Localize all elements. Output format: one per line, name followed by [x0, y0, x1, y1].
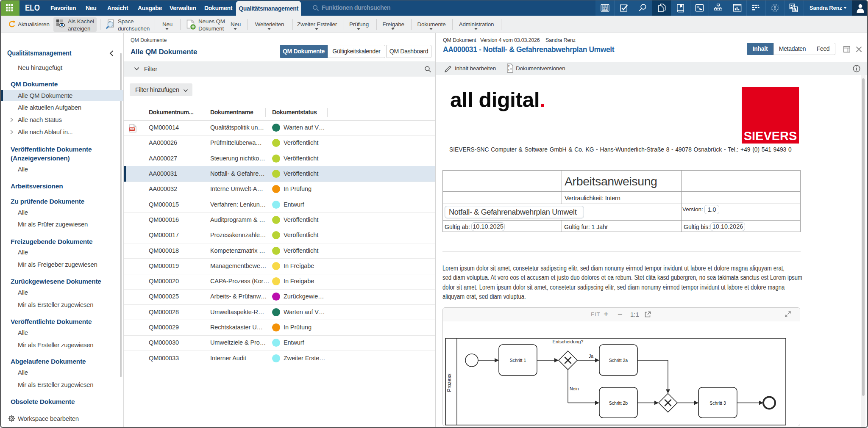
- svg-text:2: 2: [508, 65, 510, 68]
- svg-text:ELO: ELO: [603, 8, 608, 10]
- svg-text:Ja: Ja: [589, 353, 593, 359]
- svg-text:PDF: PDF: [130, 128, 135, 130]
- svg-text:Nein: Nein: [570, 386, 579, 391]
- svg-text:Schritt 3: Schritt 3: [709, 400, 726, 406]
- svg-text:1: 1: [508, 69, 510, 72]
- svg-text:Prozess: Prozess: [446, 373, 452, 392]
- svg-text:Schritt 2b: Schritt 2b: [609, 400, 628, 406]
- svg-text:Entscheidung?: Entscheidung?: [553, 339, 584, 344]
- svg-text:Schritt 1: Schritt 1: [510, 358, 526, 363]
- svg-text:Schritt 2a: Schritt 2a: [609, 358, 628, 363]
